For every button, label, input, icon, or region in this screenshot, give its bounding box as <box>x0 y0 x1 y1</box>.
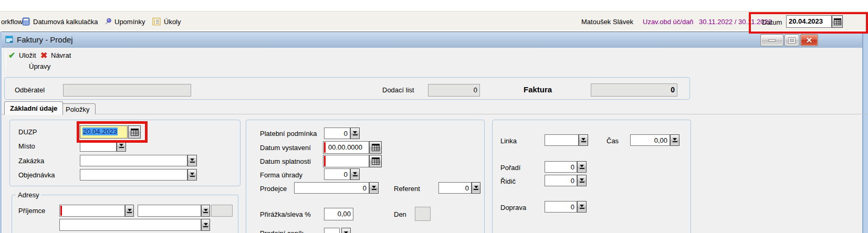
zakazka-label: Zakázka <box>18 157 44 165</box>
menu-upravy[interactable]: Úpravy <box>29 62 50 70</box>
misto-label: Místo <box>18 142 35 150</box>
window-titlebar[interactable] <box>0 31 868 48</box>
platebni-podminka-label: Platební podmínka <box>260 130 317 137</box>
forma-uhrady-input[interactable]: 0 <box>324 168 350 180</box>
platebni-podminka-dropdown-button[interactable] <box>350 128 360 139</box>
prijemce-input-1[interactable] <box>59 205 125 217</box>
dropdown-arrow-icon <box>673 138 677 141</box>
datum-vystaveni-input[interactable]: 00.00.0000 <box>323 141 369 154</box>
close-button[interactable]: ✕ <box>800 34 818 46</box>
misto-dropdown-button[interactable] <box>117 140 126 152</box>
tabstrip-baseline <box>0 114 868 114</box>
forma-uhrady-dropdown-button[interactable] <box>350 168 360 180</box>
ridic-input[interactable]: 0 <box>545 175 577 186</box>
duzp-input[interactable]: 20.04.2023 <box>80 125 128 139</box>
window-border-left <box>0 31 2 233</box>
toolbar-item-tasks[interactable]: Úkoly <box>164 18 181 26</box>
referent-dropdown-button[interactable] <box>472 182 480 194</box>
linka-label: Linka <box>500 137 517 145</box>
required-marker <box>324 156 326 166</box>
dropdown-underline <box>580 182 584 183</box>
back-button[interactable]: Návrat <box>51 51 71 59</box>
minimize-button[interactable] <box>760 34 783 46</box>
dropdown-underline <box>580 208 584 209</box>
x-icon: ✖ <box>40 50 47 60</box>
maximize-button[interactable] <box>785 34 799 46</box>
date-input[interactable]: 20.04.2023 <box>786 15 832 28</box>
dropdown-arrow-icon <box>474 186 478 188</box>
toolbar-item-reminders[interactable]: Upomínky <box>114 18 145 26</box>
save-button[interactable]: Uložit <box>19 51 36 59</box>
ridic-dropdown-button[interactable] <box>577 175 587 186</box>
prijemce-dropdown-button-1[interactable] <box>125 205 134 217</box>
pin-icon <box>103 17 112 26</box>
date-label: Datum <box>762 18 782 26</box>
referent-input[interactable]: 0 <box>438 182 472 194</box>
referent-label: Referent <box>394 185 420 193</box>
dropdown-underline <box>581 141 586 142</box>
required-marker <box>324 142 326 153</box>
datum-vystaveni-calendar-button[interactable] <box>369 141 382 154</box>
objednavka-dropdown-button[interactable] <box>187 169 197 181</box>
poradi-label: Pořadí <box>500 164 520 172</box>
prirazka-sleva-input[interactable]: 0,00 <box>324 208 353 220</box>
calculator-icon <box>22 17 30 26</box>
dropdown-arrow-icon <box>372 186 376 188</box>
prodejni-cenik-input[interactable] <box>324 228 340 233</box>
dropdown-underline <box>190 162 195 163</box>
doprava-dropdown-button[interactable] <box>577 201 587 213</box>
cas-input[interactable]: 0,00 <box>630 134 670 146</box>
dropdown-underline <box>474 189 478 190</box>
dropdown-arrow-icon <box>190 158 194 161</box>
closed-period-label: Uzav.obd úč/daň <box>643 18 694 26</box>
prodejce-input[interactable]: 0 <box>294 182 369 194</box>
dropdown-arrow-icon <box>128 209 132 211</box>
poradi-dropdown-button[interactable] <box>577 161 587 173</box>
doprava-input[interactable]: 0 <box>545 201 577 213</box>
tab-polozky[interactable]: Položky <box>60 103 96 114</box>
prirazka-sleva-label: Přirážka/sleva % <box>260 210 311 218</box>
invoice-label: Faktura <box>524 85 552 94</box>
user-name: Matoušek Slávek <box>581 18 633 26</box>
delivery-note-field: 0 <box>428 84 480 97</box>
datum-splatnosti-input[interactable] <box>323 155 369 167</box>
toolbar-item-workflow[interactable]: orkflow <box>1 18 23 26</box>
linka-input[interactable] <box>545 134 579 146</box>
zakazka-dropdown-button[interactable] <box>187 155 197 166</box>
cas-label: Čas <box>606 137 619 145</box>
tab-label: Položky <box>66 105 90 113</box>
prijemce-dropdown-button-3[interactable] <box>201 219 210 231</box>
prijemce-input-2[interactable] <box>138 205 201 217</box>
doprava-label: Doprava <box>500 204 526 211</box>
delivery-note-label: Dodací list <box>382 86 414 94</box>
toolbar-grip[interactable] <box>6 50 6 70</box>
prijemce-dropdown-button-2[interactable] <box>201 205 210 217</box>
cas-dropdown-button[interactable] <box>670 134 679 146</box>
date-calendar-button[interactable] <box>832 15 843 28</box>
required-marker <box>60 206 62 216</box>
prodejni-cenik-dropdown-button[interactable] <box>341 228 351 233</box>
dropdown-underline <box>353 175 358 176</box>
prijemce-disabled-box <box>211 205 233 217</box>
datum-splatnosti-calendar-button[interactable] <box>369 155 382 167</box>
duzp-calendar-button[interactable] <box>128 125 141 139</box>
misto-input[interactable] <box>80 140 117 152</box>
tab-zakladni-udaje[interactable]: Základní údaje <box>4 101 63 115</box>
tasks-icon <box>152 17 161 26</box>
dropdown-underline <box>119 147 124 148</box>
objednavka-input[interactable] <box>80 169 187 181</box>
platebni-podminka-input[interactable]: 0 <box>324 128 350 139</box>
prijemce-input-3[interactable] <box>59 219 201 231</box>
dropdown-arrow-icon <box>353 131 357 134</box>
toolbar-item-date-calculator[interactable]: Datumová kalkulačka <box>33 18 98 26</box>
dropdown-underline <box>203 226 208 227</box>
datum-vystaveni-label: Datum vystavení <box>260 144 311 152</box>
dropdown-arrow-icon <box>204 209 208 211</box>
close-icon: ✕ <box>806 36 813 44</box>
dropdown-underline <box>190 176 195 177</box>
linka-dropdown-button[interactable] <box>579 134 588 146</box>
prodejce-dropdown-button[interactable] <box>369 182 379 194</box>
poradi-input[interactable]: 0 <box>545 161 577 173</box>
zakazka-input[interactable] <box>80 155 187 166</box>
invoice-field: 0 <box>591 83 677 97</box>
